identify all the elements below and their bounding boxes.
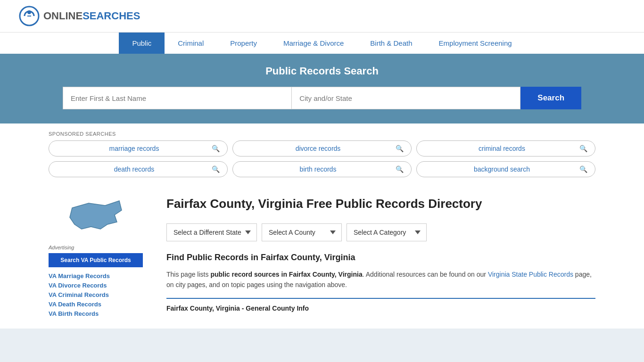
desc-link[interactable]: Virginia State Public Records <box>488 271 573 278</box>
main-content: Fairfax County, Virginia Free Public Rec… <box>152 187 595 329</box>
sponsored-grid: marriage records 🔍 divorce records 🔍 cri… <box>49 140 595 187</box>
search-va-button[interactable]: Search VA Public Records <box>49 253 143 267</box>
search-icon-marriage: 🔍 <box>212 145 220 152</box>
location-input[interactable] <box>291 87 520 109</box>
desc-bold1: public record sources in Fairfax County,… <box>210 271 362 278</box>
name-input[interactable] <box>63 87 291 109</box>
sidebar-link-death[interactable]: VA Death Records <box>49 301 101 308</box>
search-icon-death: 🔍 <box>212 165 220 173</box>
sponsored-birth-text: birth records <box>240 165 396 173</box>
desc-part1: This page lists <box>166 271 210 278</box>
sidebar: Advertising Search VA Public Records VA … <box>49 187 152 329</box>
virginia-map <box>67 196 124 234</box>
nav-item-public[interactable]: Public <box>119 33 165 54</box>
state-dropdown[interactable]: Select a Different State <box>166 223 257 241</box>
advertising-label: Advertising <box>49 245 143 250</box>
sponsored-criminal-text: criminal records <box>424 145 579 152</box>
sponsored-background[interactable]: background search 🔍 <box>416 161 595 177</box>
sponsored-death-text: death records <box>57 165 212 173</box>
desc-part2: . Additional resources can be found on o… <box>363 271 488 278</box>
logo-icon <box>19 6 40 26</box>
sponsored-birth[interactable]: birth records 🔍 <box>232 161 412 177</box>
search-icon-divorce: 🔍 <box>396 145 404 152</box>
sponsored-death[interactable]: death records 🔍 <box>49 161 228 177</box>
sponsored-divorce-text: divorce records <box>240 145 396 152</box>
sponsored-divorce[interactable]: divorce records 🔍 <box>232 140 412 156</box>
general-info-title: Fairfax County, Virginia - General Count… <box>166 299 595 312</box>
search-icon-criminal: 🔍 <box>579 145 587 152</box>
main-nav: Public Criminal Property Marriage & Divo… <box>0 32 644 54</box>
state-map <box>49 196 143 235</box>
nav-item-marriage-divorce[interactable]: Marriage & Divorce <box>270 33 357 54</box>
sidebar-link-birth[interactable]: VA Birth Records <box>49 310 99 317</box>
county-dropdown[interactable]: Select A County <box>262 223 342 241</box>
search-icon-birth: 🔍 <box>396 165 404 173</box>
sponsored-marriage-text: marriage records <box>57 145 212 152</box>
header: ONLINESEARCHES <box>0 0 644 32</box>
logo-online-text: ONLINE <box>43 10 83 22</box>
search-icon-background: 🔍 <box>579 165 587 173</box>
sidebar-link-divorce[interactable]: VA Divorce Records <box>49 282 107 289</box>
sponsored-background-text: background search <box>424 165 579 173</box>
nav-item-birth-death[interactable]: Birth & Death <box>357 33 425 54</box>
logo-searches-text: SEARCHES <box>83 10 140 22</box>
sponsored-criminal[interactable]: criminal records 🔍 <box>416 140 595 156</box>
dropdown-row: Select a Different State Select A County… <box>166 223 595 241</box>
nav-item-criminal[interactable]: Criminal <box>165 33 217 54</box>
sidebar-link-criminal[interactable]: VA Criminal Records <box>49 291 109 298</box>
main-container: SPONSORED SEARCHES marriage records 🔍 di… <box>30 123 614 329</box>
svg-point-1 <box>27 10 31 14</box>
sponsored-marriage[interactable]: marriage records 🔍 <box>49 140 228 156</box>
content-layout: Advertising Search VA Public Records VA … <box>49 187 595 329</box>
sponsored-label: SPONSORED SEARCHES <box>49 123 595 140</box>
sidebar-link-marriage[interactable]: VA Marriage Records <box>49 272 110 280</box>
category-dropdown[interactable]: Select A Category <box>347 223 427 241</box>
search-title: Public Records Search <box>19 65 625 77</box>
search-section: Public Records Search Search <box>0 54 644 123</box>
search-bar: Search <box>63 87 581 109</box>
page-title: Fairfax County, Virginia Free Public Rec… <box>166 196 595 212</box>
logo[interactable]: ONLINESEARCHES <box>19 6 140 26</box>
search-button[interactable]: Search <box>520 87 581 109</box>
nav-item-employment[interactable]: Employment Screening <box>426 33 525 54</box>
sidebar-links: VA Marriage Records VA Divorce Records V… <box>49 272 143 317</box>
description-paragraph: This page lists public record sources in… <box>166 269 595 290</box>
find-section-title: Find Public Records in Fairfax County, V… <box>166 253 595 263</box>
nav-item-property[interactable]: Property <box>217 33 270 54</box>
